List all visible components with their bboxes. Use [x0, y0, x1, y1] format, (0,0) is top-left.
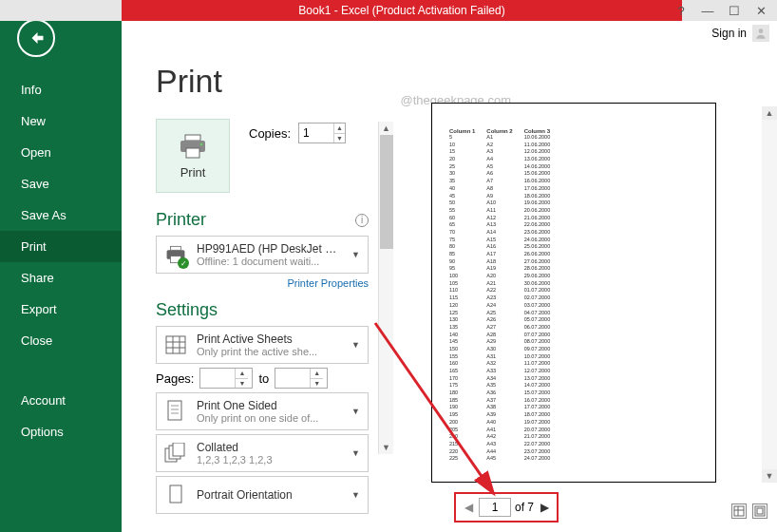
pages-to-spinner[interactable]: ▲▼	[275, 368, 328, 389]
preview-page: Column 1Column 2Column 35A110.06.200010A…	[431, 103, 716, 483]
pages-from-spinner[interactable]: ▲▼	[199, 368, 253, 389]
preview-row: 10A211.06.2000	[449, 142, 561, 149]
minimize-button[interactable]: —	[701, 4, 714, 17]
sheets-icon	[162, 332, 189, 358]
preview-row: 45A918.06.2000	[449, 193, 561, 200]
sidebar-item-open[interactable]: Open	[0, 137, 122, 168]
preview-row: 190A3817.07.2000	[449, 404, 561, 411]
settings-scrollbar[interactable]: ▲ ▼	[378, 122, 393, 454]
svg-point-4	[200, 142, 203, 145]
preview-row: 35A716.06.2000	[449, 178, 561, 185]
preview-row: 215A4322.07.2000	[449, 441, 561, 448]
preview-row: 140A2807.07.2000	[449, 332, 561, 339]
preview-row: 180A3615.07.2000	[449, 390, 561, 397]
print-area-dropdown[interactable]: Print Active Sheets Only print the activ…	[156, 326, 369, 364]
signin-link[interactable]: Sign in	[711, 27, 747, 40]
preview-row: 200A4019.07.2000	[449, 419, 561, 427]
scroll-up-icon[interactable]: ▲	[379, 122, 393, 135]
preview-row: 70A1423.06.2000	[449, 229, 561, 237]
preview-scrollbar[interactable]: ▲ ▼	[762, 106, 777, 483]
preview-row: 85A1726.06.2000	[449, 251, 561, 258]
window-title: Book1 - Excel (Product Activation Failed…	[122, 0, 682, 21]
collate-title: Collated	[197, 441, 342, 454]
pages-to-input[interactable]	[275, 369, 310, 388]
preview-panel: Column 1Column 2Column 35A110.06.200010A…	[393, 46, 777, 532]
sides-sub: Only print on one side of...	[197, 412, 342, 424]
preview-row: 175A3514.07.2000	[449, 382, 561, 390]
collate-dropdown[interactable]: Collated 1,2,3 1,2,3 1,2,3 ▼	[156, 434, 369, 472]
svg-rect-6	[171, 246, 181, 250]
sidebar-item-save[interactable]: Save	[0, 168, 122, 200]
close-button[interactable]: ✕	[754, 4, 768, 17]
sidebar-item-info[interactable]: Info	[0, 74, 122, 105]
preview-row: 30A615.06.2000	[449, 170, 561, 178]
scroll-thumb[interactable]	[380, 135, 393, 249]
printer-properties-link[interactable]: Printer Properties	[156, 277, 369, 289]
copies-down[interactable]: ▼	[334, 134, 345, 143]
preview-row: 195A3918.07.2000	[449, 411, 561, 419]
preview-row: 165A3312.07.2000	[449, 368, 561, 375]
printer-dropdown[interactable]: ✓ HP991AED (HP DeskJet Pl... Offline: 1 …	[156, 236, 369, 274]
printer-ready-icon: ✓	[178, 257, 189, 269]
preview-row: 125A2504.07.2000	[449, 310, 561, 317]
printer-status: Offline: 1 document waiti...	[197, 256, 342, 267]
preview-row: 170A3413.07.2000	[449, 375, 561, 383]
current-page-input[interactable]	[479, 498, 511, 517]
back-button[interactable]	[17, 19, 55, 57]
zoom-to-page-button[interactable]	[752, 504, 768, 519]
copies-up[interactable]: ▲	[334, 124, 345, 134]
sides-dropdown[interactable]: Print One Sided Only print on one side o…	[156, 392, 369, 430]
preview-row: 50A1019.06.2000	[449, 200, 561, 207]
prev-page-button[interactable]: ◀	[462, 501, 475, 514]
page-navigator: ◀ of 7 ▶	[454, 492, 559, 522]
orientation-title: Portrait Orientation	[197, 488, 342, 502]
info-icon[interactable]: i	[355, 214, 369, 227]
preview-row: 25A514.06.2000	[449, 163, 561, 171]
print-button[interactable]: Print	[156, 119, 230, 193]
pages-from-input[interactable]	[200, 369, 235, 388]
sidebar-item-save-as[interactable]: Save As	[0, 200, 122, 231]
pages-to-label: to	[258, 371, 269, 386]
titlebar: Book1 - Excel (Product Activation Failed…	[0, 0, 777, 21]
preview-row: 220A4423.07.2000	[449, 448, 561, 456]
copies-input[interactable]	[299, 124, 333, 142]
orientation-dropdown[interactable]: Portrait Orientation ▼	[156, 476, 369, 514]
sidebar-item-export[interactable]: Export	[0, 294, 122, 325]
svg-rect-20	[170, 485, 181, 503]
printer-icon	[178, 133, 208, 160]
preview-row: 75A1524.06.2000	[449, 237, 561, 244]
preview-row: 120A2403.07.2000	[449, 302, 561, 310]
preview-row: 105A2130.06.2000	[449, 280, 561, 288]
show-margins-button[interactable]	[731, 504, 747, 519]
next-page-button[interactable]: ▶	[538, 501, 551, 514]
settings-heading: Settings	[156, 300, 218, 320]
preview-row: 115A2302.07.2000	[449, 294, 561, 302]
copies-label: Copies:	[249, 126, 291, 141]
copies-spinner[interactable]: ▲▼	[298, 123, 346, 143]
preview-row: 5A110.06.2000	[449, 134, 561, 142]
printer-name: HP991AED (HP DeskJet Pl...	[197, 242, 342, 256]
page-title: Print	[156, 63, 369, 100]
sidebar-item-new[interactable]: New	[0, 105, 122, 137]
scroll-down-icon[interactable]: ▼	[379, 441, 393, 454]
avatar[interactable]	[752, 25, 769, 42]
chevron-down-icon: ▼	[350, 250, 362, 259]
svg-rect-26	[757, 508, 763, 514]
sidebar-item-account[interactable]: Account	[0, 385, 122, 416]
sidebar-item-print[interactable]: Print	[0, 231, 122, 262]
pages-label: Pages:	[156, 371, 194, 386]
preview-scroll-up[interactable]: ▲	[762, 106, 777, 120]
sidebar-item-share[interactable]: Share	[0, 262, 122, 294]
preview-row: 80A1625.06.2000	[449, 243, 561, 251]
maximize-button[interactable]: ☐	[728, 4, 741, 17]
preview-scroll-down[interactable]: ▼	[762, 469, 777, 483]
sidebar-item-close[interactable]: Close	[0, 325, 122, 356]
preview-row: 160A3211.07.2000	[449, 360, 561, 368]
help-button[interactable]: ?	[674, 4, 688, 17]
preview-row: 110A2201.07.2000	[449, 287, 561, 294]
one-sided-icon	[162, 398, 189, 425]
sidebar-item-options[interactable]: Options	[0, 416, 122, 447]
chevron-down-icon: ▼	[350, 490, 362, 500]
chevron-down-icon: ▼	[350, 407, 362, 416]
preview-row: 15A312.06.2000	[449, 148, 561, 156]
